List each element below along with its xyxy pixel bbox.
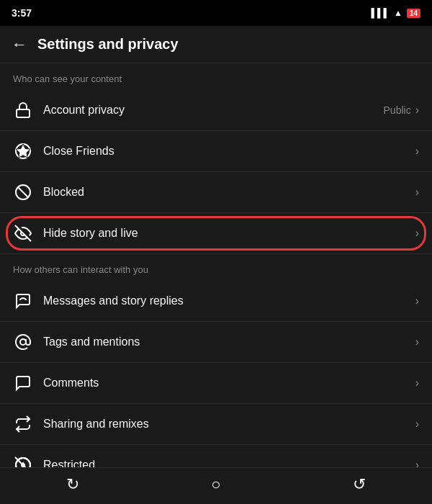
battery-icon: 14 [407, 9, 420, 18]
status-bar: 3:57 ▌▌▌ ▲ 14 [0, 0, 432, 26]
chevron-icon: › [415, 104, 419, 117]
at-icon [13, 332, 33, 352]
restricted-label: Restricted [43, 459, 415, 467]
chevron-icon: › [415, 294, 419, 307]
chevron-icon: › [415, 336, 419, 348]
blocked-label: Blocked [43, 186, 415, 199]
chevron-icon: › [415, 418, 419, 431]
menu-item-close-friends[interactable]: Close Friends › [0, 131, 432, 172]
section-label-who-can-see: Who can see your content [0, 63, 432, 90]
menu-item-hide-story[interactable]: Hide story and live › [0, 213, 432, 254]
lock-icon [13, 100, 33, 120]
svg-line-4 [18, 187, 28, 197]
back-button[interactable]: ← [12, 37, 27, 53]
nav-back-icon[interactable]: ↻ [66, 475, 79, 494]
chevron-icon: › [415, 227, 419, 240]
menu-item-account-privacy[interactable]: Account privacy Public › [0, 90, 432, 131]
restricted-icon [13, 455, 33, 467]
chevron-icon: › [415, 145, 419, 158]
menu-item-tags[interactable]: Tags and mentions › [0, 322, 432, 363]
status-icons: ▌▌▌ ▲ 14 [371, 8, 420, 18]
messages-label: Messages and story replies [43, 294, 415, 307]
svg-point-6 [20, 339, 26, 345]
status-time: 3:57 [12, 7, 32, 19]
comment-icon [13, 373, 33, 393]
sharing-label: Sharing and remixes [43, 418, 415, 431]
page-title: Settings and privacy [37, 36, 179, 53]
menu-item-comments[interactable]: Comments › [0, 363, 432, 404]
account-privacy-value: Public [384, 104, 411, 116]
menu-item-sharing[interactable]: Sharing and remixes › [0, 404, 432, 445]
menu-item-restricted[interactable]: Restricted › [0, 445, 432, 467]
main-content: ← Settings and privacy Who can see your … [0, 26, 432, 504]
comments-label: Comments [43, 377, 415, 390]
refresh-icon [13, 414, 33, 434]
account-privacy-label: Account privacy [43, 104, 384, 117]
messenger-icon [13, 291, 33, 311]
menu-item-blocked[interactable]: Blocked › [0, 172, 432, 213]
chevron-icon: › [415, 186, 419, 199]
header: ← Settings and privacy [0, 26, 432, 63]
chevron-icon: › [415, 459, 419, 467]
menu-item-messages[interactable]: Messages and story replies › [0, 281, 432, 322]
nav-home-icon[interactable]: ○ [211, 475, 220, 494]
eye-off-icon [13, 223, 33, 243]
nav-recent-icon[interactable]: ↺ [353, 475, 366, 494]
star-icon [13, 141, 33, 161]
section-label-how-others-interact: How others can interact with you [0, 254, 432, 281]
blocked-icon [13, 182, 33, 202]
bottom-nav: ↻ ○ ↺ [0, 467, 432, 504]
settings-list: Who can see your content Account privacy… [0, 63, 432, 467]
close-friends-label: Close Friends [43, 145, 415, 158]
chevron-icon: › [415, 377, 419, 390]
svg-rect-0 [17, 109, 30, 117]
tags-label: Tags and mentions [43, 336, 415, 348]
hide-story-label: Hide story and live [43, 227, 415, 240]
signal-icon: ▌▌▌ [371, 8, 390, 18]
wifi-icon: ▲ [394, 8, 402, 18]
